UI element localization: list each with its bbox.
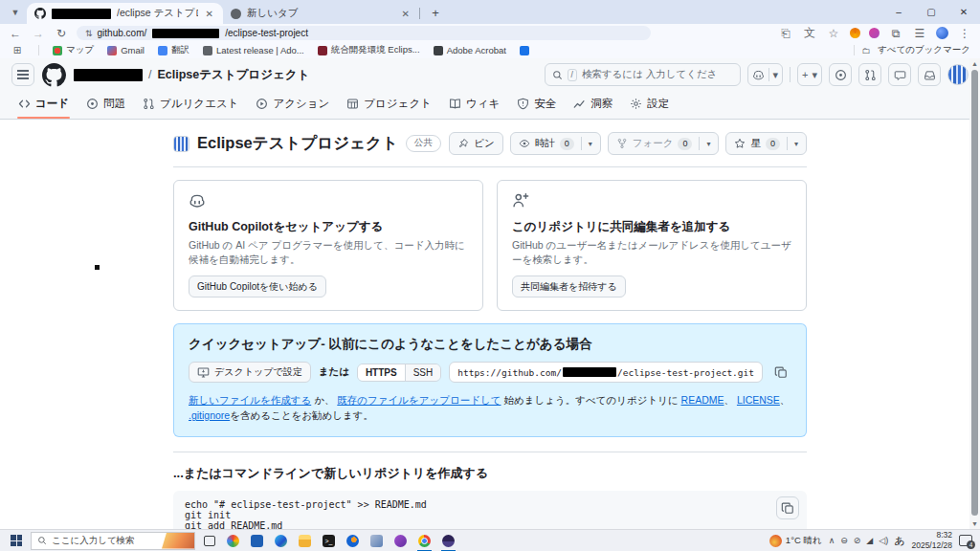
github-search-input[interactable]: / 検索するには 入力してくださ	[545, 63, 741, 86]
chevron-down-icon[interactable]: ▾	[706, 140, 710, 148]
site-settings-icon[interactable]: ⇅	[85, 29, 93, 38]
tab-issues[interactable]: 問題	[78, 91, 134, 119]
weather-widget[interactable]: 1°C 晴れ	[769, 535, 822, 547]
tab-search-button[interactable]: ▼	[6, 3, 25, 22]
taskbar-app-terminal[interactable]: >_	[317, 530, 341, 551]
taskbar-app-store[interactable]	[245, 530, 269, 551]
taskbar-app-chrome[interactable]	[412, 530, 436, 551]
task-view-button[interactable]	[197, 530, 221, 551]
tab-pull-requests[interactable]: プルリクエスト	[134, 91, 247, 119]
upload-files-link[interactable]: 既存のファイルをアップロードして	[337, 394, 501, 406]
extension-icon[interactable]	[850, 28, 860, 38]
fork-button[interactable]: フォーク 0 ▾	[608, 132, 720, 155]
copilot-start-button[interactable]: GitHub Copilotを使い始める	[189, 276, 326, 298]
scroll-down-icon[interactable]: ▼	[969, 518, 980, 529]
breadcrumb-repo-name[interactable]: Eclipseテストプロジェクト	[157, 67, 309, 83]
taskbar-clock[interactable]: 8:32 2025/12/28	[911, 530, 952, 550]
browser-menu-icon[interactable]: ⋮	[957, 27, 972, 40]
pull-requests-button[interactable]	[858, 63, 881, 86]
tab-close-icon[interactable]: ✕	[204, 9, 215, 19]
search-highlight-doodle[interactable]	[162, 533, 194, 549]
back-icon[interactable]: ←	[8, 27, 23, 40]
github-logo[interactable]	[42, 63, 66, 87]
speaker-icon[interactable]: ◁)	[879, 536, 888, 545]
taskbar-search-input[interactable]: ここに入力して検索	[31, 532, 195, 550]
new-tab-button[interactable]: +	[426, 3, 445, 22]
tab-projects[interactable]: プロジェクト	[338, 91, 440, 119]
taskbar-app-media-player[interactable]	[341, 530, 365, 551]
taskbar-app-edge[interactable]	[269, 530, 293, 551]
tab-security[interactable]: 安全	[508, 91, 565, 119]
copy-url-button[interactable]	[770, 362, 791, 383]
hamburger-menu-button[interactable]	[11, 63, 34, 86]
reload-icon[interactable]: ↻	[54, 27, 69, 40]
redacted-username[interactable]	[74, 69, 143, 81]
clone-url-input[interactable]: https://github.com//eclipse-test-project…	[449, 362, 763, 383]
bookmark-latest-release[interactable]: Latest release | Ado...	[203, 45, 304, 55]
https-toggle[interactable]: HTTPS	[358, 364, 406, 381]
tab-new-tab[interactable]: 新しいタブ ✕	[223, 3, 419, 24]
window-minimize-button[interactable]: –	[882, 0, 915, 24]
tray-chevron-icon[interactable]: ∧	[829, 536, 835, 545]
star-button[interactable]: 星 0 ▾	[725, 132, 807, 155]
tab-github[interactable]: /eclipse テストプロ ✕	[27, 3, 223, 24]
bookmark-gmail[interactable]: Gmail	[107, 45, 145, 55]
taskbar-app-eclipse[interactable]	[436, 530, 460, 551]
issues-button[interactable]	[829, 63, 852, 86]
address-bar[interactable]: ⇅ github.com//eclipse-test-project	[77, 26, 651, 40]
taskbar-app-tool[interactable]	[365, 530, 389, 551]
bookmark-star-icon[interactable]: ☆	[826, 27, 841, 40]
onedrive-icon[interactable]: ⊖	[840, 536, 848, 545]
readme-link[interactable]: README	[681, 394, 724, 406]
start-button[interactable]	[4, 535, 29, 546]
scrollbar-thumb[interactable]	[971, 70, 978, 516]
apps-grid-icon[interactable]: ⊞	[10, 45, 25, 55]
browser-profile-avatar[interactable]	[936, 27, 948, 39]
ssh-toggle[interactable]: SSH	[406, 364, 441, 381]
extensions-puzzle-icon[interactable]: ⧉	[888, 27, 903, 40]
notifications-button[interactable]	[918, 63, 941, 86]
forward-icon[interactable]: →	[31, 27, 46, 40]
license-link[interactable]: LICENSE	[737, 394, 780, 406]
create-new-file-link[interactable]: 新しいファイルを作成する	[189, 394, 311, 406]
gitignore-link[interactable]: .gitignore	[189, 409, 230, 421]
tab-insights[interactable]: 洞察	[565, 91, 621, 119]
window-maximize-button[interactable]: ▢	[915, 0, 947, 24]
tab-settings[interactable]: 設定	[621, 91, 678, 119]
network-icon[interactable]: ⊘	[854, 536, 861, 545]
tab-code[interactable]: コード	[10, 91, 78, 119]
reading-list-icon[interactable]: ☰	[912, 27, 927, 40]
bookmark-translate[interactable]: 翻訳	[158, 44, 189, 56]
user-avatar[interactable]	[947, 64, 969, 85]
extension-icon[interactable]	[869, 28, 880, 38]
tab-wiki[interactable]: ウィキ	[440, 91, 508, 119]
chevron-down-icon[interactable]: ▾	[589, 140, 592, 148]
signal-icon[interactable]: ◢	[866, 536, 873, 545]
page-scrollbar[interactable]: ▲ ▼	[969, 58, 980, 529]
send-to-device-icon[interactable]: ⎗	[778, 27, 793, 40]
notification-center-icon[interactable]: 4	[959, 535, 972, 546]
translate-icon[interactable]: 文	[802, 25, 817, 41]
taskbar-app-purple[interactable]	[389, 530, 412, 551]
copilot-button[interactable]: ▾	[747, 63, 784, 86]
setup-in-desktop-button[interactable]: デスクトップで設定	[189, 362, 311, 383]
create-new-button[interactable]: + ▾	[797, 63, 822, 86]
bookmark-adobe-acrobat[interactable]: Adobe Acrobat	[434, 45, 506, 55]
pin-button[interactable]: ピン	[449, 132, 503, 155]
watch-button[interactable]: 時計 0 ▾	[510, 132, 601, 155]
scroll-up-icon[interactable]: ▲	[969, 58, 980, 69]
all-bookmarks-label[interactable]: すべてのブックマーク	[878, 44, 970, 56]
taskbar-app-file-explorer[interactable]	[293, 530, 317, 551]
chevron-down-icon[interactable]: ▾	[794, 140, 798, 148]
copy-code-button[interactable]	[776, 496, 799, 519]
invite-collaborators-button[interactable]: 共同編集者を招待する	[512, 276, 626, 298]
taskbar-app-photos[interactable]	[221, 530, 245, 551]
tab-close-icon[interactable]: ✕	[400, 9, 412, 19]
bookmark-maps[interactable]: マップ	[53, 44, 94, 56]
discussions-button[interactable]	[888, 63, 911, 86]
ime-indicator[interactable]: あ	[894, 534, 904, 548]
window-close-button[interactable]: ✕	[947, 0, 980, 24]
bookmark-eclipse[interactable]: 統合開発環境 Eclips...	[318, 44, 420, 56]
tab-actions[interactable]: アクション	[247, 91, 338, 119]
bookmark-doc[interactable]	[520, 46, 529, 55]
